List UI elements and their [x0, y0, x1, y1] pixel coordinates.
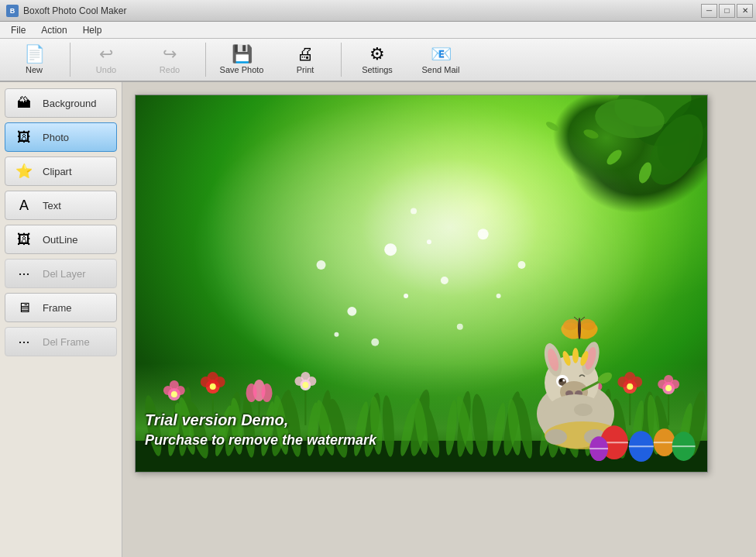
app-icon: B — [6, 5, 19, 17]
background-icon: 🏔 — [12, 94, 36, 112]
toolbar-separator — [341, 43, 342, 77]
toolbar-btn-label-send-mail: Send Mail — [422, 65, 460, 74]
toolbar: 📄New↩Undo↪Redo💾Save Photo🖨Print⚙Settings… — [0, 39, 756, 82]
frame-icon: 🖥 — [12, 298, 36, 317]
new-icon: 📄 — [24, 46, 45, 63]
clipart-icon: ⭐ — [12, 162, 36, 181]
undo-icon: ↩ — [99, 46, 113, 63]
toolbar-btn-save-photo[interactable]: 💾Save Photo — [211, 40, 273, 79]
toolbar-btn-settings[interactable]: ⚙Settings — [346, 40, 408, 79]
toolbar-btn-label-print: Print — [297, 65, 314, 74]
redo-icon: ↪ — [163, 46, 177, 63]
toolbar-btn-label-redo: Redo — [160, 65, 180, 74]
sidebar-btn-frame[interactable]: 🖥Frame — [5, 293, 117, 322]
menu-item-file[interactable]: File — [3, 23, 33, 37]
sidebar-btn-photo[interactable]: 🖼Photo — [5, 122, 117, 152]
send-mail-icon: 📧 — [431, 46, 452, 63]
toolbar-btn-label-undo: Undo — [96, 65, 116, 74]
sidebar-btn-label-text: Text — [43, 200, 61, 211]
watermark-line1: Trial version Demo, — [145, 409, 376, 431]
sidebar-btn-label-clipart: Clipart — [43, 166, 72, 177]
save-photo-icon: 💾 — [232, 46, 253, 63]
del-layer-icon: ··· — [12, 264, 36, 283]
watermark-line2: Purchase to remove the watermark — [145, 431, 376, 450]
sidebar-btn-label-frame: Frame — [43, 302, 72, 314]
sidebar-btn-outline[interactable]: 🖼OutLine — [5, 225, 117, 254]
sidebar-btn-label-outline: OutLine — [43, 234, 78, 246]
menu-item-action[interactable]: Action — [33, 23, 74, 37]
menu-bar: FileActionHelp — [0, 22, 756, 39]
sidebar-btn-del-frame: ···Del Frame — [5, 327, 117, 356]
sidebar-btn-label-photo: Photo — [43, 132, 69, 143]
app-title: Boxoft Photo Cool Maker — [23, 5, 126, 16]
toolbar-separator — [205, 43, 206, 77]
sidebar: 🏔Background🖼Photo⭐ClipartAText🖼OutLine··… — [0, 82, 122, 557]
toolbar-btn-redo: ↪Redo — [139, 40, 201, 79]
toolbar-btn-send-mail[interactable]: 📧Send Mail — [410, 40, 472, 79]
toolbar-separator — [70, 43, 70, 77]
outline-icon: 🖼 — [12, 230, 36, 249]
title-bar: B Boxoft Photo Cool Maker ─ □ ✕ — [0, 0, 756, 22]
photo-icon: 🖼 — [12, 128, 36, 146]
menu-item-help[interactable]: Help — [75, 23, 110, 37]
text-icon: A — [12, 196, 36, 215]
close-button[interactable]: ✕ — [737, 4, 753, 18]
toolbar-btn-undo: ↩Undo — [75, 40, 137, 79]
sidebar-btn-label-del-frame: Del Frame — [43, 336, 90, 348]
sidebar-btn-del-layer: ···Del Layer — [5, 259, 117, 288]
sidebar-btn-label-del-layer: Del Layer — [43, 268, 86, 280]
main-layout: 🏔Background🖼Photo⭐ClipartAText🖼OutLine··… — [0, 82, 756, 557]
toolbar-btn-print[interactable]: 🖨Print — [274, 40, 336, 79]
minimize-button[interactable]: ─ — [701, 4, 717, 18]
maximize-button[interactable]: □ — [719, 4, 735, 18]
sidebar-btn-clipart[interactable]: ⭐Clipart — [5, 156, 117, 186]
photo-canvas: Trial version Demo, Purchase to remove t… — [135, 95, 708, 473]
window-controls: ─ □ ✕ — [701, 4, 753, 18]
settings-icon: ⚙ — [369, 46, 385, 63]
toolbar-btn-new[interactable]: 📄New — [3, 40, 65, 79]
toolbar-btn-label-new: New — [26, 65, 43, 74]
toolbar-btn-label-settings: Settings — [362, 65, 393, 74]
sidebar-btn-background[interactable]: 🏔Background — [5, 88, 117, 118]
del-frame-icon: ··· — [12, 332, 36, 351]
sidebar-btn-text[interactable]: AText — [5, 191, 117, 220]
canvas-area: Trial version Demo, Purchase to remove t… — [122, 82, 756, 557]
sidebar-btn-label-background: Background — [43, 98, 96, 109]
watermark-text: Trial version Demo, Purchase to remove t… — [145, 409, 376, 450]
toolbar-btn-label-save-photo: Save Photo — [220, 65, 264, 74]
print-icon: 🖨 — [297, 46, 314, 63]
